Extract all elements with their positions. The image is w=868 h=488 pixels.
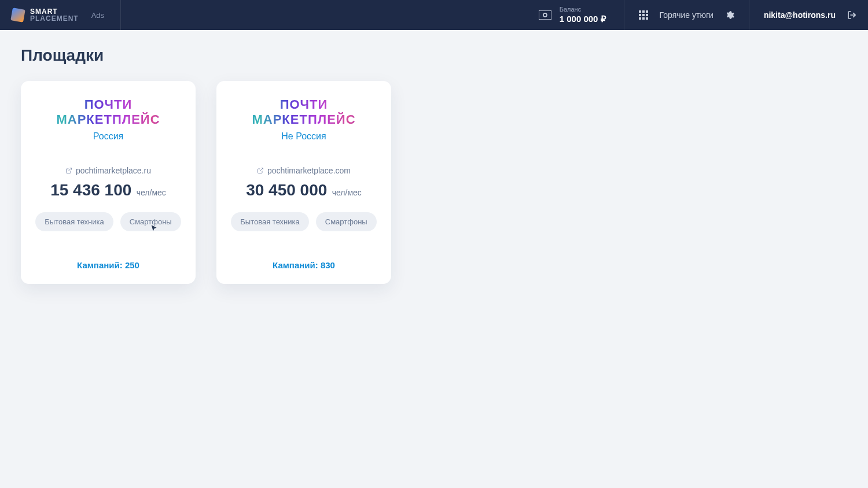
brand-line1: ПОЧТИ — [34, 97, 183, 112]
campaigns-link[interactable]: Кампаний: 250 — [34, 260, 183, 270]
campaigns-link[interactable]: Кампаний: 830 — [229, 260, 378, 270]
svg-rect-6 — [642, 14, 645, 16]
app-header: SMART PLACEMENT Ads Баланс 1 000 000 ₽ Г… — [0, 0, 868, 30]
gear-icon[interactable] — [725, 10, 734, 20]
apps-grid-icon[interactable] — [639, 10, 648, 20]
brand-line2: МАРКЕТПЛЕЙС — [34, 112, 183, 127]
card-metric: 30 450 000 чел/мес — [229, 181, 378, 199]
card-tags: Бытовая техника Смартфоны — [34, 212, 183, 231]
svg-rect-7 — [646, 14, 648, 16]
card-domain-text: pochtimarketplace.com — [267, 166, 351, 175]
card-domain-row[interactable]: pochtimarketplace.com — [229, 166, 378, 175]
balance-area[interactable]: Баланс 1 000 000 ₽ — [539, 0, 624, 30]
header-section-user: nikita@hotirons.ru — [749, 0, 856, 30]
page-content: Площадки ПОЧТИ МАРКЕТПЛЕЙС Россия pochti… — [0, 30, 868, 300]
logo-area[interactable]: SMART PLACEMENT Ads — [12, 0, 121, 30]
card-domain-text: pochtimarketplace.ru — [76, 166, 151, 175]
card-metric: 15 436 100 чел/мес — [34, 181, 183, 199]
card-brand: ПОЧТИ МАРКЕТПЛЕЙС — [229, 97, 378, 128]
svg-rect-10 — [646, 17, 648, 20]
card-tags: Бытовая техника Смартфоны — [229, 212, 378, 231]
header-section-irons: Горячие утюги — [624, 0, 749, 30]
logout-icon[interactable] — [847, 10, 856, 20]
metric-unit: чел/мес — [137, 188, 166, 197]
cards-container: ПОЧТИ МАРКЕТПЛЕЙС Россия pochtimarketpla… — [21, 81, 847, 284]
svg-point-1 — [543, 13, 547, 17]
card-brand: ПОЧТИ МАРКЕТПЛЕЙС — [34, 97, 183, 128]
money-icon — [539, 10, 551, 20]
brand-line1: ПОЧТИ — [229, 97, 378, 112]
logo-text: SMART PLACEMENT — [30, 8, 79, 22]
external-link-icon — [257, 167, 264, 174]
metric-value: 15 436 100 — [50, 181, 131, 199]
logo-cube-icon — [10, 8, 25, 22]
logo-line2: PLACEMENT — [30, 15, 79, 22]
svg-rect-0 — [539, 10, 551, 20]
svg-rect-8 — [639, 17, 641, 20]
svg-rect-5 — [639, 14, 641, 16]
balance-value: 1 000 000 ₽ — [560, 13, 606, 25]
user-email[interactable]: nikita@hotirons.ru — [764, 10, 836, 20]
page-title: Площадки — [21, 46, 847, 65]
card-region: Не Россия — [229, 131, 378, 142]
tag-chip[interactable]: Смартфоны — [120, 212, 181, 231]
balance-label: Баланс — [560, 5, 606, 13]
tag-chip[interactable]: Бытовая техника — [35, 212, 113, 231]
svg-rect-2 — [639, 10, 641, 13]
metric-value: 30 450 000 — [246, 181, 327, 199]
hot-irons-link[interactable]: Горячие утюги — [660, 10, 713, 20]
external-link-icon — [65, 167, 72, 174]
logo-suffix: Ads — [91, 11, 104, 20]
brand-line2: МАРКЕТПЛЕЙС — [229, 112, 378, 127]
placement-card[interactable]: ПОЧТИ МАРКЕТПЛЕЙС Россия pochtimarketpla… — [21, 81, 196, 284]
tag-chip[interactable]: Бытовая техника — [231, 212, 308, 231]
tag-chip[interactable]: Смартфоны — [316, 212, 377, 231]
svg-rect-9 — [642, 17, 645, 20]
svg-rect-3 — [642, 10, 645, 13]
placement-card[interactable]: ПОЧТИ МАРКЕТПЛЕЙС Не Россия pochtimarket… — [216, 81, 391, 284]
metric-unit: чел/мес — [332, 188, 362, 197]
card-region: Россия — [34, 131, 183, 142]
card-domain-row[interactable]: pochtimarketplace.ru — [34, 166, 183, 175]
svg-rect-4 — [646, 10, 648, 13]
